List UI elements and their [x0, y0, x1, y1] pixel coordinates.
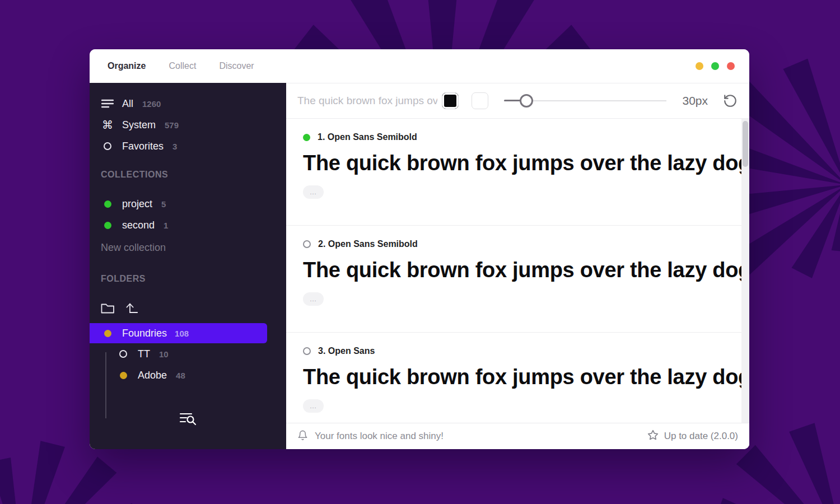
folder-tree-line: [105, 352, 106, 418]
font-inactive-ring-icon[interactable]: [303, 347, 311, 355]
bell-icon: [297, 429, 308, 444]
tab-collect[interactable]: Collect: [169, 61, 196, 71]
update-status[interactable]: Up to date (2.0.0): [647, 430, 738, 444]
font-list-item[interactable]: 1. Open Sans Semibold The quick brown fo…: [286, 119, 749, 226]
import-fonts-icon[interactable]: [126, 302, 141, 317]
collection-count: 5: [161, 199, 166, 209]
collection-label: project: [122, 198, 152, 210]
sidebar-item-all[interactable]: All 1260: [90, 93, 286, 114]
font-name: 2. Open Sans Semibold: [318, 239, 418, 249]
folder-item-tt[interactable]: TT 10: [90, 343, 286, 365]
collections-header: COLLECTIONS: [101, 169, 286, 180]
font-list: 1. Open Sans Semibold The quick brown fo…: [286, 119, 749, 423]
collection-count: 1: [164, 221, 168, 230]
sidebar: All 1260 ⌘ System 579 Favorites 3 COLLEC…: [90, 83, 286, 449]
folder-count: 108: [175, 329, 189, 338]
titlebar: Organize Collect Discover: [90, 49, 749, 83]
collection-dot-icon: [101, 200, 114, 208]
sidebar-item-count: 3: [172, 142, 177, 151]
font-list-item[interactable]: 3. Open Sans The quick brown fox jumps o…: [286, 333, 749, 423]
font-preview-text: The quick brown fox jumps over the lazy …: [303, 365, 743, 389]
more-button[interactable]: ...: [303, 185, 324, 199]
slider-thumb[interactable]: [520, 94, 533, 108]
circle-icon: [101, 142, 114, 150]
sidebar-item-label: System: [122, 119, 156, 131]
list-icon: [101, 99, 114, 108]
minimize-button[interactable]: [696, 62, 703, 70]
preview-toolbar: 30px: [286, 83, 749, 119]
search-list-icon: [179, 412, 197, 428]
folder-actions: [90, 298, 286, 320]
folder-count: 48: [176, 371, 185, 380]
new-collection-button[interactable]: New collection: [90, 237, 286, 258]
tab-discover[interactable]: Discover: [219, 61, 254, 71]
status-message: Your fonts look nice and shiny!: [315, 431, 444, 442]
sidebar-item-count: 1260: [142, 99, 161, 109]
folder-label: Adobe: [138, 370, 167, 381]
folder-item-adobe[interactable]: Adobe 48: [90, 365, 286, 386]
search-fonts-button[interactable]: [178, 410, 198, 430]
font-preview-text: The quick brown fox jumps over the lazy …: [303, 258, 743, 282]
zoom-button[interactable]: [711, 62, 719, 70]
collection-label: second: [122, 220, 155, 231]
star-icon: [647, 430, 659, 444]
sidebar-item-label: Favorites: [122, 141, 164, 152]
background-color-swatch[interactable]: [472, 92, 488, 109]
font-name: 3. Open Sans: [318, 346, 375, 356]
collection-dot-icon: [101, 222, 114, 229]
font-preview-text: The quick brown fox jumps over the lazy …: [303, 151, 743, 175]
scrollbar[interactable]: [741, 119, 749, 423]
sidebar-item-system[interactable]: ⌘ System 579: [90, 114, 286, 136]
folder-dot-icon: [116, 372, 130, 379]
collection-item-second[interactable]: second 1: [90, 214, 286, 236]
font-list-item[interactable]: 2. Open Sans Semibold The quick brown fo…: [286, 226, 749, 333]
font-name: 1. Open Sans Semibold: [318, 132, 417, 142]
font-inactive-ring-icon[interactable]: [303, 240, 311, 248]
folder-dot-icon: [101, 330, 114, 337]
folders-header: FOLDERS: [101, 273, 286, 284]
preview-text-input[interactable]: [297, 95, 437, 107]
tab-organize[interactable]: Organize: [108, 61, 146, 71]
app-window: Organize Collect Discover All 1260 ⌘ Sys…: [90, 49, 749, 449]
more-button[interactable]: ...: [303, 399, 324, 413]
status-bar: Your fonts look nice and shiny! Up to da…: [286, 423, 749, 449]
more-button[interactable]: ...: [303, 292, 324, 306]
add-folder-icon[interactable]: [101, 302, 115, 316]
collection-item-project[interactable]: project 5: [90, 193, 286, 214]
sidebar-item-label: All: [122, 98, 133, 110]
reset-button[interactable]: [722, 93, 738, 109]
rotate-ccw-icon: [723, 94, 738, 108]
main-panel: 30px 1. Open Sans Semibold The quick bro…: [286, 83, 749, 449]
folder-count: 10: [159, 349, 169, 359]
text-color-swatch[interactable]: [442, 92, 459, 109]
scrollbar-thumb[interactable]: [743, 121, 748, 167]
font-active-dot-icon[interactable]: [303, 134, 310, 141]
command-icon: ⌘: [101, 119, 114, 130]
folder-label: Foundries: [122, 328, 167, 339]
font-size-slider[interactable]: [504, 92, 666, 109]
window-controls: [696, 62, 735, 70]
sidebar-item-favorites[interactable]: Favorites 3: [90, 136, 286, 157]
font-size-value: 30px: [682, 94, 708, 108]
update-status-label: Up to date (2.0.0): [664, 431, 738, 442]
folder-ring-icon: [116, 350, 130, 358]
main-tabs: Organize Collect Discover: [108, 61, 254, 71]
sidebar-item-count: 579: [165, 120, 179, 130]
folder-item-foundries[interactable]: Foundries 108: [90, 323, 267, 343]
folder-label: TT: [138, 348, 150, 360]
close-button[interactable]: [727, 62, 735, 70]
